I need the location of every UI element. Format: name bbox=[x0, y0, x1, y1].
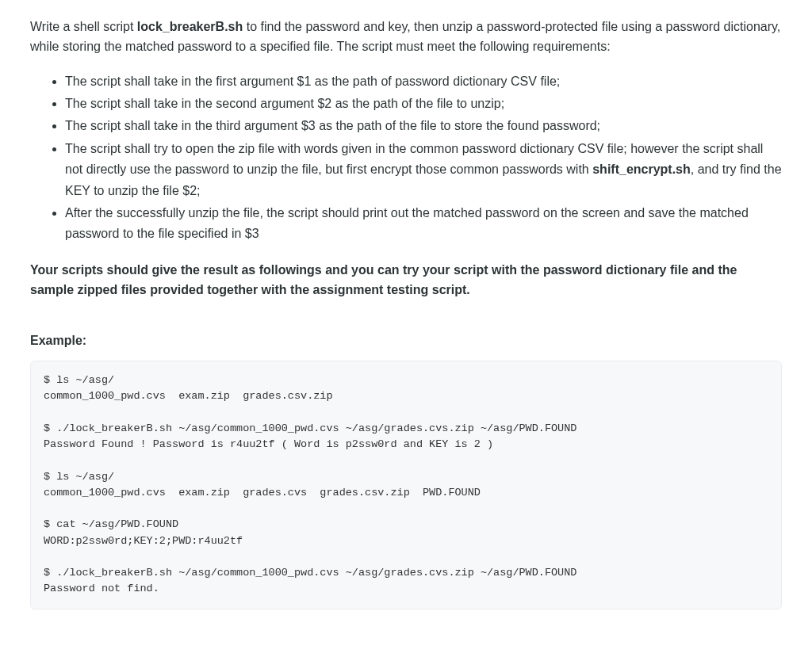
requirement-text: After the successfully unzip the file, t… bbox=[65, 206, 749, 240]
requirement-item: The script shall take in the third argum… bbox=[65, 116, 782, 136]
example-code-block: $ ls ~/asg/ common_1000_pwd.cvs exam.zip… bbox=[30, 361, 782, 609]
requirement-bold: shift_encrypt.sh bbox=[592, 162, 691, 176]
example-label: Example: bbox=[30, 331, 782, 351]
requirements-list: The script shall take in the first argum… bbox=[43, 71, 782, 245]
intro-pre: Write a shell script bbox=[30, 20, 137, 33]
result-note: Your scripts should give the result as f… bbox=[30, 261, 782, 300]
requirement-text: The script shall take in the second argu… bbox=[65, 97, 504, 110]
requirement-item: After the successfully unzip the file, t… bbox=[65, 203, 782, 245]
requirement-item: The script shall try to open the zip fil… bbox=[65, 139, 782, 201]
requirement-item: The script shall take in the second argu… bbox=[65, 94, 782, 114]
intro-paragraph: Write a shell script lock_breakerB.sh to… bbox=[30, 17, 782, 57]
requirement-text: The script shall take in the first argum… bbox=[65, 75, 560, 88]
requirement-text: The script shall take in the third argum… bbox=[65, 119, 600, 132]
requirement-item: The script shall take in the first argum… bbox=[65, 71, 782, 92]
script-name: lock_breakerB.sh bbox=[137, 20, 243, 33]
